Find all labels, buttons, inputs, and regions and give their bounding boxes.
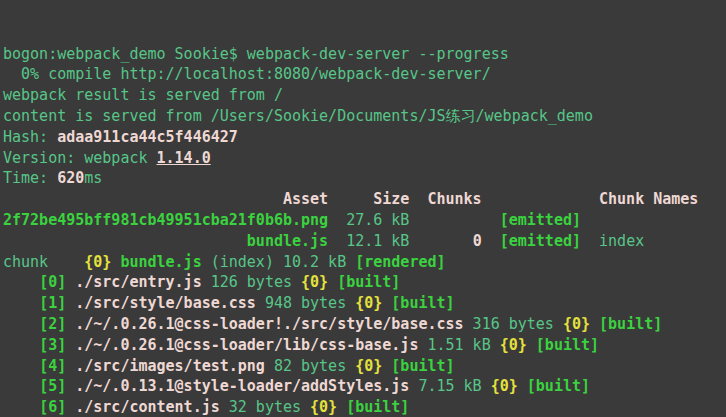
terminal-text-segment: ./~/.0.26.1@css-loader/lib/css-base.js (75, 336, 418, 354)
terminal-text-segment (3, 315, 39, 333)
terminal-text-segment: 7.15 kB (409, 377, 490, 395)
terminal-text-segment: adaa911ca44c5f446427 (57, 128, 238, 146)
terminal-line: Version: webpack 1.14.0 (3, 148, 726, 169)
terminal-text-segment (3, 294, 39, 312)
terminal-line: [6] ./src/content.js 32 bytes {0} [built… (3, 397, 726, 417)
terminal-text-segment (66, 294, 75, 312)
terminal-text-segment: Version: webpack (3, 149, 157, 167)
terminal-text-segment: {0} (301, 273, 328, 291)
terminal-line: webpack result is served from / (3, 85, 726, 106)
terminal-line: 2f72be495bff981cb49951cba21f0b6b.png 27.… (3, 210, 726, 231)
terminal-text-segment (328, 273, 337, 291)
terminal-text-segment: ./src/entry.js (75, 273, 201, 291)
terminal-text-segment: bundle.js (120, 253, 201, 271)
terminal-text-segment: [rendered] (355, 253, 445, 271)
terminal-text-segment: [built] (599, 315, 662, 333)
terminal-text-segment: index (581, 232, 644, 250)
terminal-text-segment (3, 232, 247, 250)
terminal-text-segment: ./src/images/test.png (75, 357, 265, 375)
terminal-text-segment: 0 (473, 232, 482, 250)
terminal-text-segment: [2] (39, 315, 66, 333)
terminal-text-segment: {0} (355, 294, 382, 312)
terminal-text-segment: [1] (39, 294, 66, 312)
terminal-text-segment: webpack result is served from / (3, 86, 283, 104)
terminal-line: 0% compile http://localhost:8080/webpack… (3, 64, 726, 85)
terminal-text-segment: [emitted] (500, 211, 581, 229)
terminal-text-segment: 82 bytes (265, 357, 355, 375)
terminal-text-segment (66, 377, 75, 395)
terminal-text-segment: chunk (3, 253, 84, 271)
terminal-text-segment: ./src/content.js (75, 398, 220, 416)
terminal-window[interactable]: bogon:webpack_demo Sookie$ webpack-dev-s… (0, 0, 726, 417)
terminal-text-segment (66, 315, 75, 333)
terminal-text-segment (66, 336, 75, 354)
terminal-text-segment: {0} (563, 315, 590, 333)
terminal-text-segment: bundle.js (247, 232, 328, 250)
terminal-text-segment: {0} (310, 398, 337, 416)
terminal-line: [2] ./~/.0.26.1@css-loader!./src/style/b… (3, 314, 726, 335)
terminal-text-segment: 27.6 kB (328, 211, 500, 229)
terminal-text-segment: Time: (3, 169, 57, 187)
terminal-text-segment: [built] (536, 336, 599, 354)
terminal-text-segment: [built] (527, 377, 590, 395)
terminal-text-segment: Asset Size Chunks Chunk Names (3, 190, 698, 208)
terminal-text-segment: [built] (337, 273, 400, 291)
terminal-text-segment: 32 bytes (220, 398, 310, 416)
terminal-line: bogon:webpack_demo Sookie$ webpack-dev-s… (3, 44, 726, 65)
terminal-text-segment (3, 336, 39, 354)
terminal-text-segment: [emitted] (500, 232, 581, 250)
terminal-text-segment: ./~/.0.13.1@style-loader/addStyles.js (75, 377, 409, 395)
terminal-text-segment: [built] (346, 398, 409, 416)
terminal-line: Time: 620ms (3, 168, 726, 189)
terminal-text-segment: [built] (391, 357, 454, 375)
terminal-text-segment: {0} (500, 336, 527, 354)
terminal-text-segment (3, 398, 39, 416)
terminal-text-segment (66, 273, 75, 291)
terminal-text-segment: 1.51 kB (418, 336, 499, 354)
terminal-text-segment: [5] (39, 377, 66, 395)
terminal-text-segment: 948 bytes (256, 294, 355, 312)
terminal-text-segment (66, 398, 75, 416)
terminal-line: [4] ./src/images/test.png 82 bytes {0} [… (3, 356, 726, 377)
terminal-text-segment (382, 294, 391, 312)
terminal-text-segment: 620 (57, 169, 84, 187)
terminal-text-segment: ./~/.0.26.1@css-loader!./src/style/base.… (75, 315, 463, 333)
terminal-line: chunk {0} bundle.js (index) 10.2 kB [ren… (3, 252, 726, 273)
terminal-text-segment (66, 357, 75, 375)
terminal-text-segment: [6] (39, 398, 66, 416)
terminal-text-segment: (index) 10.2 kB (202, 253, 356, 271)
terminal-text-segment (518, 377, 527, 395)
terminal-line: bundle.js 12.1 kB 0 [emitted] index (3, 231, 726, 252)
terminal-line: content is served from /Users/Sookie/Doc… (3, 106, 726, 127)
terminal-text-segment (527, 336, 536, 354)
terminal-text-segment (590, 315, 599, 333)
terminal-text-segment: [4] (39, 357, 66, 375)
terminal-line: [0] ./src/entry.js 126 bytes {0} [built] (3, 272, 726, 293)
terminal-text-segment (3, 357, 39, 375)
terminal-text-segment: bogon:webpack_demo Sookie$ webpack-dev-s… (3, 45, 509, 63)
terminal-text-segment: 126 bytes (202, 273, 301, 291)
terminal-text-segment: {0} (84, 253, 111, 271)
terminal-text-segment: content is served from /Users/Sookie/Doc… (3, 107, 593, 125)
terminal-text-segment: [0] (39, 273, 66, 291)
terminal-text-segment (382, 357, 391, 375)
terminal-text-segment: 0% compile http://localhost:8080/webpack… (3, 65, 491, 83)
terminal-text-segment (3, 273, 39, 291)
terminal-text-segment (337, 398, 346, 416)
terminal-text-segment: ./src/style/base.css (75, 294, 256, 312)
terminal-text-segment: ms (84, 169, 102, 187)
terminal-line: [5] ./~/.0.13.1@style-loader/addStyles.j… (3, 376, 726, 397)
terminal-text-segment (3, 377, 39, 395)
terminal-text-segment: 316 bytes (464, 315, 563, 333)
terminal-line: Hash: adaa911ca44c5f446427 (3, 127, 726, 148)
terminal-line: Asset Size Chunks Chunk Names (3, 189, 726, 210)
terminal-text-segment: 1.14.0 (157, 149, 211, 167)
terminal-text-segment: [built] (391, 294, 454, 312)
terminal-text-segment (482, 232, 500, 250)
terminal-text-segment: Hash: (3, 128, 57, 146)
terminal-line: [1] ./src/style/base.css 948 bytes {0} [… (3, 293, 726, 314)
terminal-text-segment: 12.1 kB (328, 232, 473, 250)
terminal-text-segment: {0} (355, 357, 382, 375)
terminal-line: [3] ./~/.0.26.1@css-loader/lib/css-base.… (3, 335, 726, 356)
terminal-text-segment: {0} (491, 377, 518, 395)
